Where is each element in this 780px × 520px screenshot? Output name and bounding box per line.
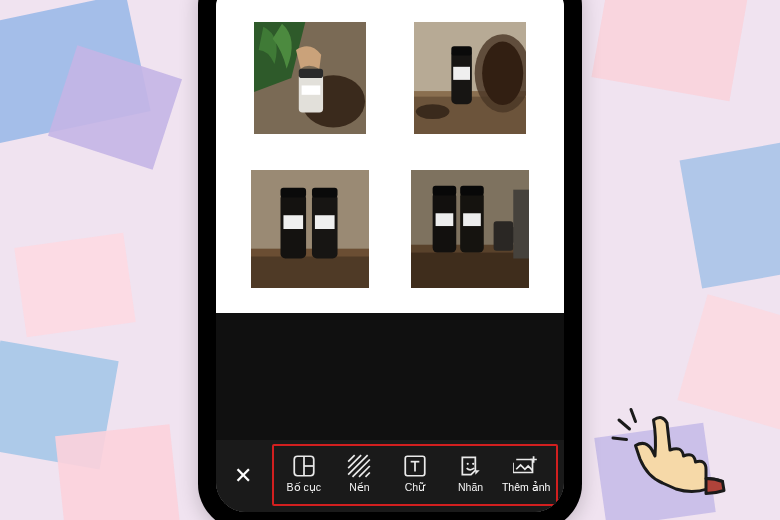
tool-label: Nền bbox=[349, 481, 369, 493]
svg-rect-30 bbox=[436, 213, 454, 226]
svg-line-53 bbox=[631, 410, 636, 422]
tool-label: Bố cục bbox=[287, 481, 321, 493]
svg-line-38 bbox=[349, 455, 356, 462]
collage-canvas[interactable] bbox=[216, 0, 564, 313]
tool-layout[interactable]: Bố cục bbox=[276, 448, 332, 500]
svg-rect-11 bbox=[451, 47, 472, 56]
svg-point-47 bbox=[466, 463, 468, 465]
collage-image-3[interactable] bbox=[251, 170, 369, 288]
svg-rect-29 bbox=[460, 185, 484, 195]
layout-icon bbox=[291, 455, 317, 477]
editor-lower-panel: ✕ Bố cục Nền bbox=[216, 313, 564, 512]
add-image-icon bbox=[513, 455, 539, 477]
tool-label: Chữ bbox=[405, 481, 425, 493]
close-icon: ✕ bbox=[234, 463, 252, 489]
phone-mockup: ✕ Bố cục Nền bbox=[198, 0, 582, 520]
svg-line-39 bbox=[349, 455, 362, 468]
tool-background[interactable]: Nền bbox=[332, 448, 388, 500]
svg-point-9 bbox=[482, 42, 523, 105]
collage-image-2[interactable] bbox=[414, 22, 526, 134]
svg-line-51 bbox=[619, 420, 630, 429]
pattern-icon bbox=[346, 455, 372, 477]
toolbar-highlight-box: Bố cục Nền Chữ bbox=[272, 444, 558, 506]
tool-sticker[interactable]: Nhãn bbox=[443, 448, 499, 500]
bottom-toolbar: ✕ Bố cục Nền bbox=[216, 440, 564, 512]
tool-add-image[interactable]: Thêm ảnh bbox=[498, 448, 554, 500]
svg-rect-34 bbox=[513, 189, 529, 258]
close-button[interactable]: ✕ bbox=[216, 440, 270, 512]
svg-rect-32 bbox=[494, 221, 514, 251]
svg-line-52 bbox=[613, 438, 627, 440]
text-icon bbox=[402, 455, 428, 477]
svg-rect-22 bbox=[315, 215, 335, 229]
svg-rect-28 bbox=[433, 185, 457, 195]
svg-rect-4 bbox=[302, 86, 321, 95]
tool-label: Nhãn bbox=[458, 481, 483, 493]
svg-rect-15 bbox=[251, 254, 369, 287]
collage-image-4[interactable] bbox=[411, 170, 529, 288]
svg-point-13 bbox=[416, 104, 450, 119]
app-screen: ✕ Bố cục Nền bbox=[216, 0, 564, 512]
svg-rect-19 bbox=[281, 187, 307, 197]
pointer-hand-annotation bbox=[610, 404, 730, 514]
collage-image-1[interactable] bbox=[254, 22, 366, 134]
sticker-icon bbox=[458, 455, 484, 477]
svg-rect-21 bbox=[283, 215, 303, 229]
svg-rect-31 bbox=[463, 213, 481, 226]
svg-line-43 bbox=[366, 473, 370, 477]
svg-rect-24 bbox=[411, 250, 529, 287]
tool-text[interactable]: Chữ bbox=[387, 448, 443, 500]
svg-point-48 bbox=[472, 463, 474, 465]
svg-rect-3 bbox=[299, 69, 323, 78]
svg-rect-20 bbox=[312, 187, 338, 197]
tool-label: Thêm ảnh bbox=[502, 481, 550, 493]
svg-rect-12 bbox=[453, 67, 470, 80]
svg-rect-16 bbox=[251, 248, 369, 256]
